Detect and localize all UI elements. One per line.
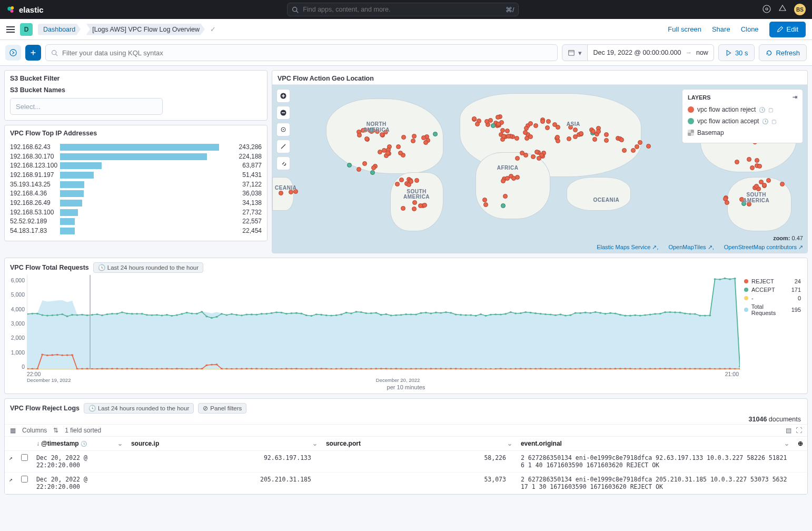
x-tick-start-date: December 19, 2022	[27, 377, 71, 383]
attr-link[interactable]: Elastic Maps Service ↗	[592, 244, 657, 250]
svg-point-104	[245, 313, 247, 315]
requests-chart[interactable]	[27, 275, 740, 370]
ip-row[interactable]: 192.168.30.170224,188	[10, 152, 262, 161]
fit-bounds-button[interactable]	[276, 123, 290, 136]
refresh-label: Refresh	[776, 49, 800, 57]
zoom-out-button[interactable]	[276, 106, 290, 120]
ip-row[interactable]: 192.168.123.10063,877	[10, 161, 262, 170]
nav-toggle[interactable]	[6, 26, 15, 33]
fullscreen-table-icon[interactable]: ⛶	[796, 427, 802, 434]
svg-point-120	[285, 313, 288, 314]
breadcrumb-dashboard[interactable]: Dashboard	[38, 24, 81, 35]
brand-logo[interactable]: elastic	[6, 5, 44, 14]
layer-label: Basemap	[697, 129, 724, 136]
svg-point-206	[500, 313, 502, 315]
svg-point-292	[714, 278, 716, 280]
svg-point-26	[51, 314, 53, 316]
svg-point-156	[375, 312, 377, 313]
chevron-down-icon[interactable]: ⌄	[117, 440, 123, 447]
table-row[interactable]: ↗Dec 20, 2022 @ 22:20:20.00092.63.197.13…	[5, 451, 807, 473]
refresh-button[interactable]: Refresh	[759, 44, 807, 61]
sort-label[interactable]: 1 field sorted	[65, 427, 101, 434]
zoom-in-button[interactable]	[276, 89, 290, 103]
grid-icon[interactable]: ▦	[10, 427, 16, 434]
legend-accept[interactable]: ACCEPT171	[744, 286, 801, 294]
add-filter-button[interactable]	[25, 45, 41, 61]
y-tick: 6,000	[9, 277, 25, 283]
refresh-interval[interactable]: 30 s	[718, 44, 755, 61]
row-checkbox[interactable]	[21, 454, 28, 461]
header-source-ip[interactable]: source.ip⌄	[127, 437, 322, 451]
svg-point-258	[629, 315, 631, 317]
header-timestamp[interactable]: ↓@timestamp 🕓⌄	[32, 437, 127, 451]
legend-dash[interactable]: -0	[744, 294, 801, 302]
layers-collapse-icon[interactable]: ⇥	[793, 94, 797, 101]
legend-reject[interactable]: REJECT24	[744, 277, 801, 286]
full-screen-link[interactable]: Full screen	[668, 25, 701, 33]
user-avatar[interactable]: BS	[794, 4, 806, 15]
attr-link[interactable]: OpenStreetMap contributors ↗	[720, 244, 803, 250]
clone-link[interactable]: Clone	[741, 25, 759, 33]
arrow-right-icon: →	[685, 49, 692, 56]
tools-button[interactable]	[276, 156, 290, 170]
layer-reject[interactable]: vpc flow action reject 🕓 ▢	[688, 104, 797, 115]
svg-point-60	[136, 313, 138, 314]
date-range[interactable]: Dec 19, 2022 @ 00:00:00.000 → now	[588, 44, 714, 61]
kql-input[interactable]	[62, 49, 552, 57]
expand-row-icon[interactable]: ↗	[5, 451, 17, 473]
global-search[interactable]: ⌘/	[287, 3, 519, 16]
table-row[interactable]: ↗Dec 20, 2022 @ 22:20:20.000205.210.31.1…	[5, 473, 807, 494]
panel-filters-chip[interactable]: ⊘Panel filters	[198, 403, 246, 414]
zoom-label: zoom: 0.47	[773, 235, 803, 241]
time-chip[interactable]: 🕓 Last 24 hours rounded to the hour	[93, 262, 203, 273]
ip-row[interactable]: 35.193.143.2537,122	[10, 180, 262, 189]
ip-count: 224,188	[230, 153, 262, 160]
time-chip[interactable]: 🕓Last 24 hours rounded to the hour	[84, 403, 194, 414]
layer-accept[interactable]: vpc flow action accept 🕓 ▢	[688, 115, 797, 127]
ip-count: 63,877	[230, 162, 262, 169]
svg-point-190	[460, 314, 462, 316]
help-icon[interactable]	[763, 5, 771, 15]
svg-point-170	[410, 313, 412, 315]
ip-row[interactable]: 52.52.92.18922,557	[10, 217, 262, 227]
swatch-teal	[688, 118, 694, 124]
svg-point-134	[320, 314, 322, 316]
expand-row-icon[interactable]: ↗	[5, 473, 17, 494]
collapse-filters-button[interactable]	[5, 45, 21, 61]
svg-point-84	[196, 313, 198, 314]
ip-row[interactable]: 192.168.26.4934,138	[10, 198, 262, 208]
share-link[interactable]: Share	[712, 25, 730, 33]
svg-point-32	[66, 316, 68, 317]
draw-shape-button[interactable]	[276, 140, 290, 153]
ip-row[interactable]: 54.183.17.8322,454	[10, 226, 262, 235]
breadcrumb-current: [Logs AWS] VPC Flow Log Overview	[86, 24, 205, 35]
header-event-original[interactable]: event.original⌄	[517, 437, 794, 451]
header-source-port[interactable]: source.port⌄	[322, 437, 517, 451]
panel-title: S3 Bucket Filter	[5, 71, 267, 84]
map-canvas[interactable]: NORTH AMERICA SOUTH AMERICA AFRICA ASIA …	[272, 84, 807, 253]
columns-button[interactable]: Columns	[22, 427, 47, 434]
layer-basemap[interactable]: Basemap	[688, 127, 797, 139]
global-search-input[interactable]	[303, 6, 501, 13]
legend-total[interactable]: Total Requests195	[744, 302, 801, 317]
layers-title: LAYERS	[688, 94, 711, 101]
newsfeed-icon[interactable]	[778, 5, 787, 15]
ip-row[interactable]: 192.168.4.3636,038	[10, 189, 262, 198]
attr-link[interactable]: OpenMapTiles ↗	[664, 244, 712, 250]
density-icon[interactable]: ▤	[786, 427, 791, 434]
column-add[interactable]: ⊕	[794, 437, 807, 451]
cell-source-port: 58,226	[322, 451, 517, 473]
chevron-down-icon[interactable]: ⌄	[507, 440, 512, 447]
chevron-down-icon[interactable]: ⌄	[784, 440, 789, 447]
continent-cea: CEANIA	[275, 185, 296, 191]
ip-row[interactable]: 192.168.53.10027,732	[10, 208, 262, 217]
date-picker-toggle[interactable]: ▾	[562, 44, 588, 61]
chevron-down-icon[interactable]: ⌄	[312, 440, 318, 447]
ip-row[interactable]: 192.168.91.19751,431	[10, 170, 262, 180]
app-badge[interactable]: D	[20, 23, 33, 36]
kql-input-wrap[interactable]	[45, 44, 558, 61]
ip-row[interactable]: 192.168.62.43243,286	[10, 142, 262, 152]
s3-bucket-select[interactable]: Select...	[10, 98, 163, 115]
row-checkbox[interactable]	[21, 476, 28, 483]
edit-button[interactable]: Edit	[769, 22, 806, 37]
